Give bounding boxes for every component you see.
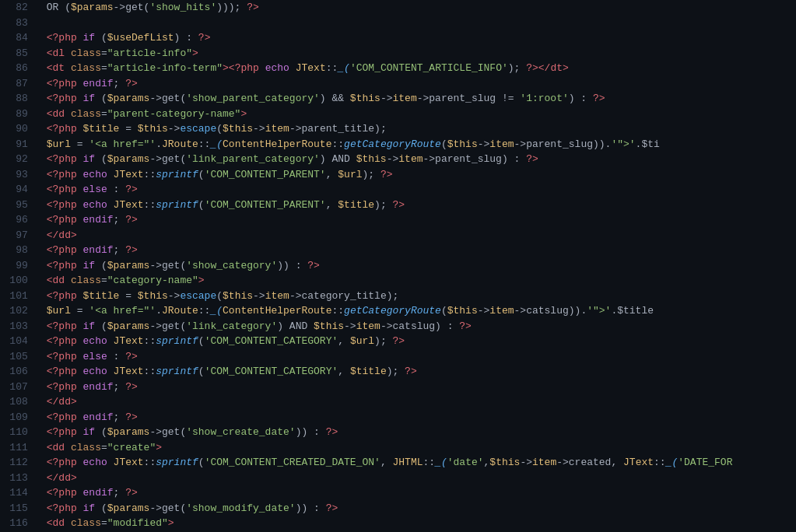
- line-code: <dd class="parent-category-name">: [40, 107, 796, 122]
- line-code: <?php $title = $this->escape($this->item…: [40, 289, 796, 304]
- line-code: <?php echo JText::sprintf('COM_CONTENT_P…: [40, 167, 796, 183]
- line-code: <?php else : ?>: [40, 182, 796, 198]
- line-number: 97: [0, 228, 40, 243]
- code-line: 108 </dd>: [0, 394, 796, 410]
- line-code: <?php echo JText::sprintf('COM_CONTENT_C…: [40, 334, 796, 349]
- line-code: <?php echo JText::sprintf('COM_CONTENT_C…: [40, 455, 796, 471]
- line-code: [40, 16, 796, 31]
- line-code: OR ($params->get('show_hits'))); ?>: [40, 0, 796, 16]
- code-line: 105 <?php else : ?>: [0, 349, 796, 365]
- line-number: 88: [0, 91, 40, 107]
- code-line: 116 <dd class="modified">: [0, 516, 796, 531]
- line-number: 90: [0, 121, 40, 137]
- line-code: </dd>: [40, 471, 796, 486]
- code-line: 102 $url = '<a href="'.JRoute::_(Content…: [0, 303, 796, 319]
- line-number: 110: [0, 425, 40, 440]
- code-line: 83: [0, 16, 796, 31]
- line-number: 91: [0, 137, 40, 152]
- code-line: 101 <?php $title = $this->escape($this->…: [0, 289, 796, 304]
- line-code: <?php endif; ?>: [40, 243, 796, 258]
- code-line: 89 <dd class="parent-category-name">: [0, 107, 796, 122]
- line-number: 113: [0, 471, 40, 486]
- line-code: <?php if ($params->get('show_parent_cate…: [40, 91, 796, 107]
- line-code: <?php endif; ?>: [40, 410, 796, 425]
- code-line: 96 <?php endif; ?>: [0, 212, 796, 228]
- line-code: <?php echo JText::sprintf('COM_CONTENT_C…: [40, 364, 796, 380]
- line-number: 106: [0, 364, 40, 380]
- line-number: 89: [0, 107, 40, 122]
- line-number: 92: [0, 152, 40, 167]
- code-line: 95 <?php echo JText::sprintf('COM_CONTEN…: [0, 198, 796, 213]
- line-code: <dd class="create">: [40, 440, 796, 456]
- code-line: 88 <?php if ($params->get('show_parent_c…: [0, 91, 796, 107]
- code-line: 103 <?php if ($params->get('link_categor…: [0, 319, 796, 334]
- line-code: <?php if ($params->get('show_modify_date…: [40, 501, 796, 516]
- line-code: <dd class="modified">: [40, 516, 796, 531]
- line-code: <?php if ($useDefList) : ?>: [40, 30, 796, 46]
- line-code: <?php else : ?>: [40, 349, 796, 365]
- code-line: 92 <?php if ($params->get('link_parent_c…: [0, 152, 796, 167]
- code-line: 91 $url = '<a href="'.JRoute::_(ContentH…: [0, 137, 796, 152]
- line-number: 103: [0, 319, 40, 334]
- code-line: 93 <?php echo JText::sprintf('COM_CONTEN…: [0, 167, 796, 183]
- code-line: 114 <?php endif; ?>: [0, 485, 796, 501]
- line-number: 87: [0, 76, 40, 92]
- line-code: <?php endif; ?>: [40, 485, 796, 501]
- line-code: <?php if ($params->get('show_create_date…: [40, 425, 796, 440]
- line-code: <dd class="category-name">: [40, 273, 796, 289]
- code-line: 94 <?php else : ?>: [0, 182, 796, 198]
- line-number: 109: [0, 410, 40, 425]
- code-line: 87 <?php endif; ?>: [0, 76, 796, 92]
- line-number: 94: [0, 182, 40, 198]
- line-number: 101: [0, 289, 40, 304]
- line-number: 114: [0, 485, 40, 501]
- code-line: 85 <dl class="article-info">: [0, 46, 796, 61]
- line-code: <?php endif; ?>: [40, 212, 796, 228]
- line-number: 112: [0, 455, 40, 471]
- code-line: 100 <dd class="category-name">: [0, 273, 796, 289]
- line-code: <?php echo JText::sprintf('COM_CONTENT_P…: [40, 198, 796, 213]
- line-number: 111: [0, 440, 40, 456]
- line-number: 95: [0, 198, 40, 213]
- code-line: 104 <?php echo JText::sprintf('COM_CONTE…: [0, 334, 796, 349]
- line-code: <?php endif; ?>: [40, 76, 796, 92]
- line-code: <?php if ($params->get('link_category') …: [40, 319, 796, 334]
- code-line: 86 <dt class="article-info-term"><?php e…: [0, 61, 796, 76]
- line-code: <dl class="article-info">: [40, 46, 796, 61]
- code-line: 99 <?php if ($params->get('show_category…: [0, 258, 796, 274]
- code-line: 112 <?php echo JText::sprintf('COM_CONTE…: [0, 455, 796, 471]
- line-code: $url = '<a href="'.JRoute::_(ContentHelp…: [40, 137, 796, 152]
- line-code: $url = '<a href="'.JRoute::_(ContentHelp…: [40, 303, 796, 319]
- line-number: 102: [0, 303, 40, 319]
- code-editor: 82 OR ($params->get('show_hits'))); ?>83…: [0, 0, 796, 532]
- code-line: 106 <?php echo JText::sprintf('COM_CONTE…: [0, 364, 796, 380]
- line-number: 93: [0, 167, 40, 183]
- line-code: <?php if ($params->get('link_parent_cate…: [40, 152, 796, 167]
- line-code: </dd>: [40, 394, 796, 410]
- line-code: <dt class="article-info-term"><?php echo…: [40, 61, 796, 76]
- line-number: 83: [0, 16, 40, 31]
- code-line: 90 <?php $title = $this->escape($this->i…: [0, 121, 796, 137]
- code-line: 84<?php if ($useDefList) : ?>: [0, 30, 796, 46]
- line-number: 115: [0, 501, 40, 516]
- code-line: 111 <dd class="create">: [0, 440, 796, 456]
- line-number: 86: [0, 61, 40, 76]
- line-number: 98: [0, 243, 40, 258]
- code-line: 110 <?php if ($params->get('show_create_…: [0, 425, 796, 440]
- code-line: 115 <?php if ($params->get('show_modify_…: [0, 501, 796, 516]
- line-number: 105: [0, 349, 40, 365]
- code-line: 113 </dd>: [0, 471, 796, 486]
- line-code: <?php $title = $this->escape($this->item…: [40, 121, 796, 137]
- line-code: <?php if ($params->get('show_category'))…: [40, 258, 796, 274]
- code-line: 97 </dd>: [0, 228, 796, 243]
- code-line: 98 <?php endif; ?>: [0, 243, 796, 258]
- line-number: 107: [0, 380, 40, 395]
- code-line: 82 OR ($params->get('show_hits'))); ?>: [0, 0, 796, 16]
- code-line: 107 <?php endif; ?>: [0, 380, 796, 395]
- line-number: 116: [0, 516, 40, 531]
- line-number: 100: [0, 273, 40, 289]
- code-line: 109 <?php endif; ?>: [0, 410, 796, 425]
- line-number: 96: [0, 212, 40, 228]
- line-number: 99: [0, 258, 40, 274]
- line-number: 85: [0, 46, 40, 61]
